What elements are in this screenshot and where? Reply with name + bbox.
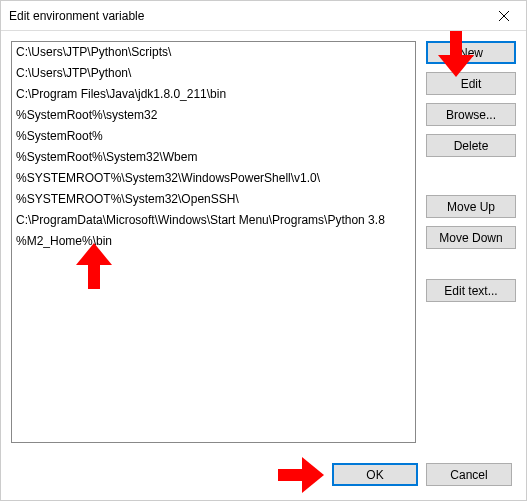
ok-button[interactable]: OK: [332, 463, 418, 486]
list-item-editing[interactable]: [12, 231, 415, 250]
dialog-window: Edit environment variable C:\Users\JTP\P…: [0, 0, 527, 501]
list-item[interactable]: C:\Program Files\Java\jdk1.8.0_211\bin: [12, 84, 415, 105]
delete-button[interactable]: Delete: [426, 134, 516, 157]
list-item[interactable]: C:\ProgramData\Microsoft\Windows\Start M…: [12, 210, 415, 231]
move-down-button[interactable]: Move Down: [426, 226, 516, 249]
list-item[interactable]: %SYSTEMROOT%\System32\OpenSSH\: [12, 189, 415, 210]
edit-text-button[interactable]: Edit text...: [426, 279, 516, 302]
new-button[interactable]: New: [426, 41, 516, 64]
button-column: New Edit Browse... Delete Move Up Move D…: [426, 41, 516, 443]
path-list[interactable]: C:\Users\JTP\Python\Scripts\ C:\Users\JT…: [11, 41, 416, 443]
titlebar: Edit environment variable: [1, 1, 526, 31]
move-up-button[interactable]: Move Up: [426, 195, 516, 218]
cancel-button[interactable]: Cancel: [426, 463, 512, 486]
spacer: [426, 165, 516, 195]
browse-button[interactable]: Browse...: [426, 103, 516, 126]
close-button[interactable]: [481, 1, 526, 31]
edit-button[interactable]: Edit: [426, 72, 516, 95]
list-item[interactable]: %SystemRoot%\system32: [12, 105, 415, 126]
list-item[interactable]: C:\Users\JTP\Python\: [12, 63, 415, 84]
list-item[interactable]: %SystemRoot%\System32\Wbem: [12, 147, 415, 168]
list-item[interactable]: %SYSTEMROOT%\System32\WindowsPowerShell\…: [12, 168, 415, 189]
spacer: [426, 257, 516, 279]
dialog-footer: OK Cancel: [1, 453, 526, 500]
path-edit-input[interactable]: [12, 231, 415, 250]
list-item[interactable]: %SystemRoot%: [12, 126, 415, 147]
close-icon: [499, 11, 509, 21]
dialog-content: C:\Users\JTP\Python\Scripts\ C:\Users\JT…: [1, 31, 526, 453]
window-title: Edit environment variable: [9, 9, 481, 23]
list-item[interactable]: C:\Users\JTP\Python\Scripts\: [12, 42, 415, 63]
